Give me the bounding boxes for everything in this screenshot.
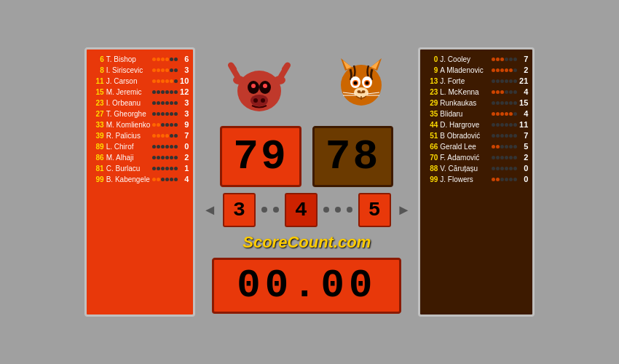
- svg-point-20: [366, 81, 369, 84]
- player-dot: [509, 167, 513, 170]
- player-number: 99: [425, 175, 438, 183]
- player-row[interactable]: 88 V. Căruțașu 0: [423, 163, 529, 173]
- player-name: F. Adamović: [440, 154, 489, 162]
- player-row[interactable]: 44 D. Hargrove 11: [423, 119, 529, 130]
- player-name: M. Alhaji: [106, 154, 151, 162]
- player-dot: [513, 68, 517, 72]
- player-number: 51: [425, 132, 438, 140]
- player-row[interactable]: 86 M. Alhaji 2: [90, 152, 191, 162]
- svg-point-22: [358, 90, 361, 93]
- player-dot: [513, 134, 517, 138]
- player-dot: [513, 167, 517, 170]
- period-3[interactable]: 3: [223, 193, 256, 227]
- period-right-arrow[interactable]: ►: [397, 202, 411, 218]
- player-dot: [170, 90, 173, 94]
- player-row[interactable]: 35 Blidaru 4: [423, 108, 529, 119]
- player-row[interactable]: 11 J. Carson 10: [90, 76, 191, 86]
- player-row[interactable]: 27 T. Gheorghe 3: [90, 108, 191, 119]
- player-number: 66: [425, 143, 438, 151]
- player-dot: [165, 123, 169, 127]
- player-number: 99: [91, 175, 104, 183]
- player-dot: [492, 156, 495, 159]
- player-dot: [174, 167, 178, 170]
- period-dot-5: [347, 207, 352, 213]
- player-row[interactable]: 51 B Obradović 7: [423, 130, 529, 141]
- player-dot: [492, 112, 495, 116]
- player-score: 7: [180, 131, 189, 140]
- player-dot: [152, 167, 156, 170]
- player-row[interactable]: 0 J. Cooley 7: [423, 54, 529, 64]
- player-dots: [492, 145, 517, 149]
- player-row[interactable]: 29 Runkaukas 15: [423, 98, 529, 108]
- player-name: J. Forte: [440, 77, 489, 85]
- player-dot: [152, 145, 156, 149]
- player-number: 29: [425, 99, 438, 107]
- player-row[interactable]: 9 A Mladenovic 2: [423, 65, 529, 75]
- player-dot: [157, 145, 160, 149]
- player-row[interactable]: 8 I. Siriscevic 3: [90, 65, 191, 75]
- player-dots: [152, 101, 178, 105]
- player-dot: [496, 134, 500, 138]
- player-score: 21: [519, 76, 528, 85]
- player-name: D. Hargrove: [440, 121, 489, 129]
- player-dot: [152, 134, 156, 138]
- player-dots: [152, 90, 178, 94]
- player-dots: [492, 90, 517, 94]
- player-dot: [496, 167, 500, 170]
- player-row[interactable]: 66 Gerald Lee 5: [423, 141, 529, 151]
- player-name: V. Căruțașu: [440, 165, 489, 173]
- player-dot: [500, 145, 504, 149]
- period-left-arrow[interactable]: ◄: [202, 202, 217, 218]
- player-dot: [500, 123, 504, 127]
- player-dot: [161, 68, 165, 72]
- player-dot: [170, 167, 173, 170]
- player-dot: [174, 101, 178, 105]
- player-row[interactable]: 81 C. Burlacu 1: [90, 163, 191, 173]
- player-name: L. Chirof: [106, 143, 151, 151]
- player-dot: [500, 90, 504, 94]
- player-score: 0: [519, 175, 528, 183]
- player-row[interactable]: 23 I. Orbeanu 3: [90, 98, 191, 108]
- player-dot: [505, 79, 508, 83]
- player-name: Gerald Lee: [440, 143, 489, 151]
- player-dot: [513, 101, 517, 105]
- player-row[interactable]: 70 F. Adamović 2: [423, 152, 529, 162]
- player-row[interactable]: 23 L. McKenna 4: [423, 87, 529, 97]
- player-dot: [509, 178, 513, 181]
- period-dot-3: [323, 207, 329, 213]
- player-row[interactable]: 99 B. Kabengele 4: [90, 174, 191, 184]
- player-score: 12: [180, 87, 189, 96]
- svg-point-5: [251, 84, 256, 88]
- player-dot: [157, 134, 160, 138]
- center-section: 79 78 ◄ 3 4 5 ► ScoreCount.com 00.00: [202, 51, 411, 314]
- player-dot: [505, 156, 508, 159]
- period-5[interactable]: 5: [358, 193, 391, 227]
- player-dot: [496, 123, 500, 127]
- player-dots: [492, 123, 517, 127]
- clock-display: 00.00: [212, 258, 401, 314]
- player-dot: [157, 112, 160, 116]
- player-dot: [170, 134, 173, 138]
- player-dot: [500, 134, 504, 138]
- player-dot: [174, 123, 178, 127]
- player-row[interactable]: 15 M. Jeremic 12: [90, 87, 191, 97]
- player-dot: [509, 58, 513, 61]
- player-dot: [496, 145, 500, 149]
- player-row[interactable]: 89 L. Chirof 0: [90, 141, 191, 151]
- player-dot: [170, 112, 173, 116]
- player-dot: [509, 101, 513, 105]
- period-4[interactable]: 4: [285, 193, 318, 227]
- player-row[interactable]: 99 J. Flowers 0: [423, 174, 529, 184]
- right-team-logo: [332, 55, 390, 113]
- player-number: 35: [425, 110, 438, 118]
- player-row[interactable]: 39 R. Palicius 7: [90, 130, 191, 141]
- player-dot: [157, 123, 160, 127]
- player-row[interactable]: 6 T. Bishop 6: [90, 54, 191, 64]
- player-dot: [492, 90, 495, 94]
- right-score: 78: [312, 126, 394, 187]
- player-name: B. Kabengele: [106, 175, 151, 183]
- player-row[interactable]: 33 M. Komlienko 9: [90, 119, 191, 130]
- player-dots: [492, 178, 517, 181]
- player-score: 3: [180, 98, 189, 107]
- player-row[interactable]: 13 J. Forte 21: [423, 76, 529, 86]
